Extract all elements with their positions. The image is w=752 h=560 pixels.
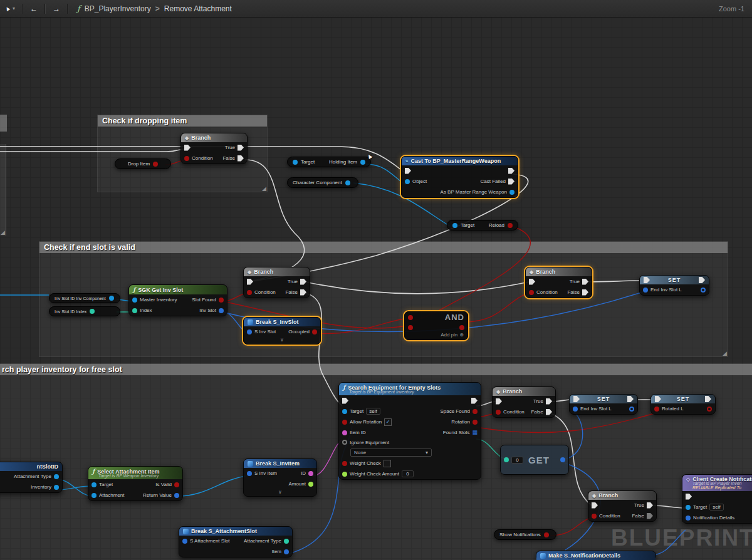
resize-handle-icon[interactable]: ◢ [723,351,727,356]
object-out-pin[interactable] [345,180,350,185]
target-pin[interactable] [91,482,97,487]
target-pin[interactable] [293,160,298,165]
branch-node-5[interactable]: ◆ Branch True Condition False [588,490,657,522]
resize-handle-icon[interactable]: ◢ [262,186,266,192]
node-header[interactable]: ◆ Branch [244,267,310,276]
exec-in-pin[interactable] [592,502,598,509]
allow-rotation-checkbox[interactable]: ✓ [384,418,392,426]
node-header[interactable]: ◆ Branch [526,267,592,276]
branch-node-3[interactable]: ◆ Branch True Condition False [525,267,592,298]
exec-in-pin[interactable] [184,145,191,151]
node-header[interactable]: ntSlotID [0,462,62,471]
pointer-caret-icon[interactable]: ▾ [13,6,15,11]
comment-title[interactable]: Check if end slot is valid [39,242,728,253]
exec-true-pin[interactable] [300,279,306,285]
exec-in-pin[interactable] [686,494,692,500]
forward-button[interactable]: → [53,4,60,13]
exec-false-pin[interactable] [546,409,552,415]
inv-slot-pin[interactable] [219,308,224,313]
branch-node-2[interactable]: ◆ Branch True Condition False [243,267,310,298]
node-header[interactable]: Break S_AttachmentSlot [179,527,292,536]
exec-in-pin[interactable] [573,396,580,402]
target-pin[interactable] [452,223,457,228]
int-out-pin[interactable] [90,309,95,314]
exec-in-pin[interactable] [247,279,253,285]
node-header[interactable]: ◆ Branch [181,133,247,142]
condition-pin[interactable] [592,514,597,519]
attachment-type-pin[interactable] [284,539,289,544]
expand-chevron-icon[interactable]: ∨ [244,489,316,496]
exec-false-pin[interactable] [582,289,588,296]
node-header[interactable]: ƒ SGK Get Inv Slot [129,285,227,294]
value-pin[interactable] [654,407,659,412]
exec-out-pin[interactable] [508,168,514,174]
notification-details-pin[interactable] [686,516,691,521]
exec-false-pin[interactable] [300,289,306,296]
exec-in-pin[interactable] [405,168,411,174]
space-found-pin[interactable] [473,409,478,414]
select-attachment-item-node[interactable]: ƒ Select Attachment Item Target is BP We… [88,466,183,501]
condition-pin[interactable] [247,290,252,295]
sgk-get-inv-slot-node[interactable]: ƒ SGK Get Inv Slot Master Inventory Slot… [128,284,227,316]
value-out-pin[interactable] [707,407,712,412]
object-out-pin[interactable] [360,160,365,165]
inv-slot-id-index-getter[interactable]: Inv Slot ID Index [49,306,120,316]
exec-out-pin[interactable] [471,398,478,404]
pointer-tool-icon[interactable]: ▲ [3,4,12,13]
branch-node-4[interactable]: ◆ Branch True Condition False [492,386,556,418]
bool-out-pin[interactable] [153,162,158,167]
condition-pin[interactable] [529,290,534,295]
element-out-pin[interactable] [560,457,565,462]
return-value-pin[interactable] [174,493,179,498]
value-out-pin[interactable] [629,407,634,412]
drop-item-variable[interactable]: Drop Item [115,158,171,169]
master-inventory-pin[interactable] [132,298,137,303]
weight-check-pin[interactable] [342,461,347,466]
set-end-inv-slot-node-2[interactable]: SET End Inv Slot L [569,394,638,415]
node-header[interactable]: Make S_NotificationDetails [536,551,655,560]
occupied-pin[interactable] [312,329,317,334]
and-input-b-pin[interactable] [408,325,413,330]
is-valid-pin[interactable] [174,482,179,487]
holding-item-getter[interactable]: Target Holding Item [287,157,371,167]
array-in-pin[interactable] [504,457,509,462]
target-pin[interactable] [686,505,691,510]
break-attachment-slot-id-node[interactable]: ntSlotID Attachment Type Inventory [0,462,63,493]
condition-pin[interactable] [496,410,501,415]
make-s-notificationdetails-node[interactable]: Make S_NotificationDetails [536,551,656,560]
reload-call-node[interactable]: Target Reload [447,220,518,231]
exec-in-pin[interactable] [644,277,650,283]
break-s-invslot-node[interactable]: Break S_InvSlot S Inv Slot Occupied ∨ [243,317,321,345]
add-pin-control[interactable]: Add pin ⊕ [405,332,467,340]
id-pin[interactable] [308,471,313,476]
resize-handle-icon[interactable]: ◢ [1,230,5,236]
and-bool-node[interactable]: AND Add pin ⊕ [404,311,468,340]
cast-failed-pin[interactable] [508,179,514,185]
exec-true-pin[interactable] [238,145,244,151]
index-pin[interactable] [132,308,137,313]
exec-out-pin[interactable] [699,277,705,283]
exec-false-pin[interactable] [647,513,653,519]
expand-chevron-icon[interactable]: ∨ [244,337,320,344]
inv-slot-id-inv-component-getter[interactable]: Inv Slot ID Inv Component [49,293,120,303]
target-pin[interactable] [342,409,347,414]
set-rotated-node[interactable]: SET Rotated L [650,394,716,415]
object-out-pin[interactable] [109,296,114,301]
s-inv-item-pin[interactable] [247,471,252,476]
back-button[interactable]: ← [30,4,38,13]
s-attachment-slot-pin[interactable] [182,539,187,544]
node-header[interactable]: SET [640,276,709,284]
allow-rotation-pin[interactable] [342,420,347,425]
show-notifications-getter[interactable]: Show Notifications [494,529,556,540]
attachment-pin[interactable] [91,493,97,498]
breadcrumb-root[interactable]: BP_PlayerInventory [85,4,151,13]
condition-pin[interactable] [184,156,189,161]
branch-node-1[interactable]: ◆ Branch True Condition False [180,133,248,164]
value-pin[interactable] [573,407,578,412]
reload-out-pin[interactable] [508,223,513,228]
and-input-a-pin[interactable] [408,315,413,320]
found-slots-array-pin[interactable]: ▦ [472,430,478,435]
weight-check-amount-value[interactable]: 0 [402,470,414,477]
exec-true-pin[interactable] [647,502,653,509]
comment-title[interactable]: Check if dropping item [98,115,267,127]
